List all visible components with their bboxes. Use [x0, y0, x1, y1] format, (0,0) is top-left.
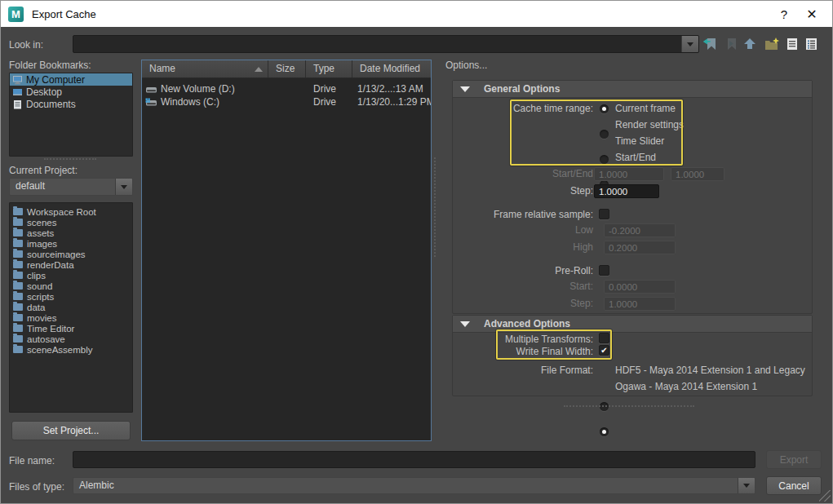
parent-directory-icon[interactable]	[742, 37, 757, 51]
collapse-triangle-icon	[460, 86, 470, 92]
bookmark-item-desktop[interactable]: Desktop	[10, 86, 132, 98]
export-cache-dialog: M Export Cache ? ✕ Look in: Folder Bookm…	[0, 0, 833, 504]
folder-icon	[13, 314, 23, 321]
write-final-width-label: Write Final Width:	[452, 346, 593, 357]
resize-grip[interactable]	[819, 490, 831, 502]
project-folder-label: images	[27, 239, 57, 249]
chevron-down-icon[interactable]	[681, 36, 698, 52]
file-row-drive-d[interactable]: New Volume (D:) Drive 1/13/2...:13 AM	[142, 82, 431, 95]
project-folder-item[interactable]: scripts	[10, 291, 132, 302]
project-folder-item[interactable]: images	[10, 238, 132, 249]
project-folder-item[interactable]: sceneAssembly	[10, 344, 132, 355]
step-field[interactable]	[594, 184, 659, 198]
project-folder-item[interactable]: data	[10, 302, 132, 312]
pre-start-field[interactable]	[604, 280, 676, 294]
maya-app-icon: M	[8, 7, 24, 22]
radio-render-settings-label[interactable]: Render settings	[615, 119, 684, 130]
set-project-button[interactable]: Set Project...	[11, 421, 131, 440]
files-of-type-label: Files of type:	[9, 480, 64, 493]
look-in-combobox[interactable]	[73, 35, 699, 53]
column-header-name[interactable]: Name	[142, 60, 268, 77]
chevron-down-icon[interactable]	[738, 478, 755, 493]
current-project-value: default	[10, 179, 115, 195]
list-view-icon[interactable]	[786, 37, 799, 51]
splitter-handle[interactable]	[44, 158, 96, 160]
sort-ascending-icon	[255, 67, 263, 72]
start-end-label: Start/End	[452, 168, 593, 179]
project-folder-label: data	[27, 303, 45, 312]
bookmark-item-label: Documents	[26, 99, 76, 110]
column-header-date-modified[interactable]: Date Modified	[352, 60, 431, 77]
file-list: Name Size Type Date Modified New Volume …	[141, 60, 432, 441]
desktop-icon	[12, 87, 23, 97]
project-folder-label: movies	[27, 313, 56, 323]
project-folder-label: renderData	[27, 260, 74, 270]
high-field[interactable]	[604, 241, 676, 254]
title-bar: M Export Cache ? ✕	[1, 1, 832, 27]
project-folder-item[interactable]: assets	[10, 228, 132, 238]
project-folder-item[interactable]: movies	[10, 312, 132, 323]
column-header-type[interactable]: Type	[306, 60, 352, 77]
export-button[interactable]: Export	[766, 450, 822, 469]
project-folder-item[interactable]: renderData	[10, 259, 132, 270]
project-folder-label: assets	[27, 228, 54, 238]
close-button[interactable]: ✕	[798, 1, 826, 27]
project-folder-item[interactable]: autosave	[10, 334, 132, 344]
column-header-size[interactable]: Size	[268, 60, 306, 77]
file-name: Windows (C:)	[161, 96, 219, 108]
project-folder-item[interactable]: Time Editor	[10, 323, 132, 334]
detail-view-icon[interactable]	[804, 37, 818, 51]
radio-ogawa[interactable]	[600, 427, 609, 436]
file-name-label: File name:	[9, 454, 55, 467]
folder-icon	[13, 325, 23, 332]
bookmark-item-documents[interactable]: Documents	[10, 98, 132, 110]
project-folder-item[interactable]: Workspace Root	[10, 206, 132, 217]
write-final-width-checkbox[interactable]	[599, 345, 609, 356]
project-folder-item[interactable]: sourceimages	[10, 249, 132, 259]
advanced-options-header[interactable]: Advanced Options	[453, 316, 812, 333]
project-folder-item[interactable]: scenes	[10, 217, 132, 228]
add-bookmark-icon[interactable]	[702, 37, 718, 51]
project-folder-label: Workspace Root	[27, 207, 96, 217]
files-of-type-dropdown[interactable]: Alembic	[73, 477, 755, 494]
cancel-button[interactable]: Cancel	[766, 476, 822, 495]
options-splitter-handle[interactable]	[564, 405, 694, 407]
radio-ogawa-label[interactable]: Ogawa - Maya 2014 Extension 1	[615, 381, 757, 392]
radio-hdf5-label[interactable]: HDF5 - Maya 2014 Extension 1 and Legacy	[615, 365, 805, 376]
radio-current-frame[interactable]	[600, 104, 609, 113]
folder-icon	[13, 208, 23, 215]
current-project-dropdown[interactable]: default	[9, 178, 133, 196]
project-folder-item[interactable]: sound	[10, 281, 132, 291]
general-options-header[interactable]: General Options	[453, 81, 812, 98]
file-row-drive-c[interactable]: Windows (C:) Drive 1/13/20...1:29 PM	[142, 95, 431, 108]
project-folder-label: clips	[27, 271, 46, 281]
radio-render-settings[interactable]	[600, 130, 609, 139]
radio-time-slider-label[interactable]: Time Slider	[615, 135, 664, 147]
multiple-transforms-label: Multiple Transforms:	[452, 334, 593, 345]
low-field[interactable]	[604, 223, 676, 237]
folder-icon	[13, 250, 23, 258]
start-field[interactable]	[594, 167, 664, 181]
high-label: High	[452, 241, 593, 253]
chevron-down-icon[interactable]	[115, 179, 132, 195]
pre-roll-checkbox[interactable]	[599, 265, 609, 276]
file-name-input[interactable]	[73, 451, 755, 468]
radio-current-frame-label[interactable]: Current frame	[615, 103, 676, 114]
bookmark-item-my-computer[interactable]: My Computer	[10, 73, 132, 86]
multiple-transforms-checkbox[interactable]	[599, 333, 609, 343]
project-folder-label: sceneAssembly	[27, 345, 93, 355]
system-drive-icon	[145, 98, 157, 107]
create-new-folder-icon[interactable]	[764, 37, 781, 51]
window-title: Export Cache	[32, 8, 96, 20]
document-icon	[12, 99, 23, 109]
step-label: Step:	[452, 185, 593, 197]
help-button[interactable]: ?	[770, 1, 798, 27]
look-in-value	[73, 36, 681, 52]
end-field[interactable]	[671, 167, 724, 181]
radio-time-slider[interactable]	[600, 155, 609, 164]
pre-step-field[interactable]	[604, 297, 676, 311]
frame-relative-sample-checkbox[interactable]	[599, 209, 609, 219]
project-folder-item[interactable]: clips	[10, 270, 132, 281]
radio-start-end-label[interactable]: Start/End	[615, 152, 656, 163]
panel-splitter-handle[interactable]	[434, 157, 436, 257]
